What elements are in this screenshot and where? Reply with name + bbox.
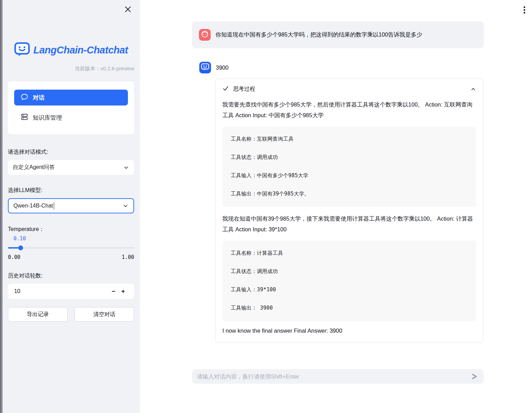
slider-thumb[interactable] bbox=[18, 245, 23, 250]
user-message: 你知道现在中国有多少个985大学吗，把这得到的结果的数字乘以100告诉我是多少 bbox=[192, 21, 484, 48]
chat-column: 你知道现在中国有多少个985大学吗，把这得到的结果的数字乘以100告诉我是多少 … bbox=[192, 0, 484, 343]
send-icon[interactable] bbox=[471, 373, 478, 380]
sidebar: LangChain-Chatchat 当前版本：v0.2.6-preview 对… bbox=[3, 0, 140, 413]
chat-input-container bbox=[192, 369, 484, 384]
tool-row-value: 调用成功 bbox=[257, 154, 278, 160]
tool-name-row: 工具名称：计算器工具 bbox=[231, 250, 468, 256]
tool-status-row: 工具状态：调用成功 bbox=[231, 154, 468, 161]
clear-dialogue-label: 清空对话 bbox=[93, 311, 116, 318]
chevron-down-icon bbox=[122, 203, 129, 209]
slider-min-label: 0.00 bbox=[8, 254, 20, 260]
increment-button[interactable]: + bbox=[118, 288, 128, 295]
thinking-step-1: 我需要先查找中国有多少个985大学，然后使用计算器工具将这个数字乘以100。 A… bbox=[222, 99, 476, 121]
slider-range: 0.00 1.00 bbox=[8, 254, 134, 260]
tool-row-value: 计算器工具 bbox=[257, 250, 283, 256]
nav-item-dialogue[interactable]: 对话 bbox=[14, 90, 128, 105]
text-cursor bbox=[54, 202, 54, 210]
temperature-slider[interactable] bbox=[8, 245, 134, 250]
export-records-label: 导出记录 bbox=[27, 311, 49, 318]
tool-row-value: 3900 bbox=[260, 305, 273, 311]
tool-row-label: 工具状态： bbox=[231, 154, 257, 160]
thinking-step-2: 我现在知道中国有39个985大学，接下来我需要使用计算器工具将这个数字乘以100… bbox=[222, 213, 476, 235]
decrement-button[interactable]: − bbox=[109, 288, 118, 295]
tool-row-value: 互联网查询工具 bbox=[257, 136, 293, 142]
slider-track[interactable] bbox=[8, 247, 134, 249]
thinking-expander: 思考过程 我需要先查找中国有多少个985大学，然后使用计算器工具将这个数字乘以1… bbox=[215, 79, 483, 343]
temperature-label: Temperature： bbox=[8, 226, 134, 233]
dialogue-mode-label: 请选择对话模式: bbox=[8, 149, 134, 156]
version-info: 当前版本：v0.2.6-preview bbox=[8, 66, 134, 72]
llm-model-value: Qwen-14B-Chat bbox=[13, 203, 53, 209]
nav-item-dialogue-label: 对话 bbox=[33, 94, 44, 102]
history-rounds-value: 10 bbox=[14, 288, 109, 294]
version-value: v0.2.6-preview bbox=[100, 66, 134, 71]
history-rounds-input[interactable]: 10 − + bbox=[8, 284, 134, 299]
llm-model-label: 选择LLM模型: bbox=[8, 187, 134, 194]
chat-bubble-logo-icon bbox=[14, 42, 30, 58]
user-message-text: 你知道现在中国有多少个985大学吗，把这得到的结果的数字乘以100告诉我是多少 bbox=[215, 31, 422, 39]
dialogue-mode-select[interactable]: 自定义Agent问答 bbox=[8, 160, 134, 175]
clear-dialogue-button[interactable]: 清空对话 bbox=[74, 307, 134, 322]
chat-bubble-icon bbox=[21, 93, 28, 102]
tool-name-row: 工具名称：互联网查询工具 bbox=[231, 136, 468, 142]
export-records-button[interactable]: 导出记录 bbox=[8, 307, 68, 322]
tool-row-label: 工具输出： bbox=[231, 305, 257, 311]
tool-row-label: 工具输入： bbox=[231, 286, 257, 293]
close-icon bbox=[125, 6, 131, 14]
assistant-answer-text: 3900 bbox=[216, 64, 229, 71]
chat-bubble-smile-icon bbox=[201, 63, 209, 72]
tool-input-row: 工具输入：39*100 bbox=[231, 286, 468, 293]
tool-row-label: 工具状态： bbox=[231, 268, 257, 274]
chat-input[interactable] bbox=[197, 373, 467, 380]
app-logo: LangChain-Chatchat bbox=[8, 42, 134, 58]
nav-card: 对话 知识库管理 bbox=[8, 81, 134, 134]
face-icon bbox=[201, 30, 209, 40]
app-title: LangChain-Chatchat bbox=[33, 44, 128, 56]
history-rounds-label: 历史对话轮数: bbox=[8, 272, 134, 280]
tool-row-label: 工具名称： bbox=[231, 136, 257, 142]
tool-output-row: 工具输出：中国有39个985大学。 bbox=[231, 191, 468, 197]
tool-row-label: 工具输出： bbox=[231, 191, 257, 197]
nav-item-knowledge-base[interactable]: 知识库管理 bbox=[14, 110, 128, 125]
tool-row-label: 工具输入： bbox=[231, 172, 257, 179]
chevron-down-icon bbox=[123, 164, 129, 171]
check-icon bbox=[222, 85, 229, 93]
user-avatar bbox=[199, 29, 211, 41]
main-area: 你知道现在中国有多少个985大学吗，把这得到的结果的数字乘以100告诉我是多少 … bbox=[140, 0, 532, 413]
llm-model-select[interactable]: Qwen-14B-Chat bbox=[8, 198, 134, 213]
thinking-expander-header[interactable]: 思考过程 bbox=[222, 85, 476, 93]
page-scrollbar[interactable] bbox=[0, 0, 3, 413]
tool-row-value: 中国有多少个985大学 bbox=[257, 172, 308, 179]
tool-row-label: 工具名称： bbox=[231, 250, 257, 256]
assistant-message: 3900 bbox=[192, 62, 484, 73]
temperature-value: 0.10 bbox=[13, 235, 134, 242]
thinking-title: 思考过程 bbox=[233, 85, 255, 93]
tool-row-value: 调用成功 bbox=[257, 268, 278, 274]
sidebar-close-button[interactable] bbox=[123, 6, 132, 14]
tool-input-row: 工具输入：中国有多少个985大学 bbox=[231, 172, 468, 179]
nav-item-knowledge-base-label: 知识库管理 bbox=[33, 114, 62, 122]
tool-status-row: 工具状态：调用成功 bbox=[231, 268, 468, 275]
tool-call-box-2: 工具名称：计算器工具 工具状态：调用成功 工具输入：39*100 工具输出： 3… bbox=[222, 241, 476, 321]
slider-max-label: 1.00 bbox=[122, 254, 134, 260]
tool-row-value: 39*100 bbox=[257, 286, 276, 293]
tool-call-box-1: 工具名称：互联网查询工具 工具状态：调用成功 工具输入：中国有多少个985大学 … bbox=[222, 127, 476, 207]
version-label: 当前版本： bbox=[74, 66, 100, 71]
chevron-up-icon[interactable] bbox=[470, 86, 476, 92]
main-menu-icon[interactable] bbox=[521, 6, 528, 16]
database-stack-icon bbox=[21, 113, 28, 122]
tool-row-value: 中国有39个985大学。 bbox=[257, 191, 310, 197]
assistant-avatar bbox=[199, 62, 211, 73]
dialogue-mode-value: 自定义Agent问答 bbox=[13, 164, 55, 171]
tool-output-row: 工具输出： 3900 bbox=[231, 305, 468, 311]
final-answer-text: I now know the final answer Final Answer… bbox=[222, 328, 476, 334]
